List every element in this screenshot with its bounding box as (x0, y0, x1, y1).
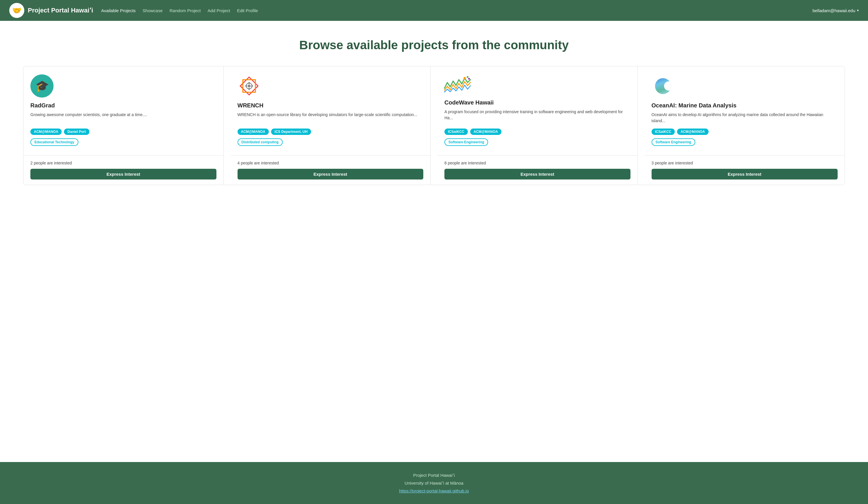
oceanai-logo-icon (655, 78, 671, 94)
card-body-codewave: CodeWave Hawaii A program focused on pro… (437, 66, 638, 155)
codewave-category-0: Software Engineering (444, 138, 488, 146)
user-email: belladam@hawaii.edu (813, 8, 855, 13)
dropdown-arrow-icon: ▾ (857, 8, 859, 12)
oceanai-tag-0: ICSatKCC (652, 129, 675, 135)
codewave-tag-0: ICSatKCC (444, 129, 468, 135)
wrench-logo (238, 74, 261, 98)
radgrad-category-tags: Educational Technology (30, 138, 216, 146)
wrench-express-interest-button[interactable]: Express Interest (238, 169, 424, 180)
codewave-logo-svg (443, 75, 472, 94)
codewave-tag-1: ACM@MANOA (470, 129, 502, 135)
nav-edit-profile[interactable]: Edit Profile (237, 8, 258, 13)
codewave-interest-count: 6 people are interested (444, 161, 630, 165)
codewave-org-tags: ICSatKCC ACM@MANOA (444, 129, 630, 135)
card-body-wrench: WRENCH WRENCH is an open-source library … (230, 66, 431, 155)
svg-rect-5 (248, 88, 250, 90)
footer-line1: Project Portal Hawaiʻi (6, 471, 862, 479)
footer-line2: University of Hawaiʻi at Mānoa (6, 479, 862, 487)
radgrad-logo: 🎓 (30, 74, 53, 98)
codewave-express-interest-button[interactable]: Express Interest (444, 169, 630, 180)
codewave-title: CodeWave Hawaii (444, 99, 630, 106)
radgrad-title: RadGrad (30, 102, 216, 109)
radgrad-org-tags: ACM@MANOA Daniel Port (30, 129, 216, 135)
project-card-oceanai: OceanAI: Marine Data Analysis OceanAI ai… (645, 66, 845, 185)
projects-grid: 🎓 RadGrad Growing awesome computer scien… (23, 66, 845, 185)
codewave-desc: A program focused on providing intensive… (444, 109, 630, 124)
oceanai-logo (652, 74, 675, 98)
radgrad-desc: Growing awesome computer scientists, one… (30, 112, 216, 124)
radgrad-interest-count: 2 people are interested (30, 161, 216, 165)
logo-text: Project Portal Hawaiʻi (28, 7, 93, 14)
codewave-footer: 6 people are interested Express Interest (437, 155, 638, 185)
project-card-radgrad: 🎓 RadGrad Growing awesome computer scien… (23, 66, 224, 185)
oceanai-footer: 3 people are interested Express Interest (645, 155, 845, 185)
oceanai-org-tags: ICSatKCC ACM@MANOA (652, 129, 838, 135)
svg-point-9 (467, 76, 468, 78)
logo-area: 🤝 Project Portal Hawaiʻi (9, 3, 93, 18)
codewave-category-tags: Software Engineering (444, 138, 630, 146)
wrench-footer: 4 people are interested Express Interest (230, 155, 431, 185)
radgrad-tag-0: ACM@MANOA (30, 129, 62, 135)
codewave-logo (444, 74, 471, 95)
nav-links: Available Projects Showcase Random Proje… (101, 8, 258, 13)
oceanai-tag-1: ACM@MANOA (677, 129, 708, 135)
oceanai-category-0: Software Engineering (652, 138, 695, 146)
wrench-category-0: Distributed computing (238, 138, 283, 146)
wrench-org-tags: ACM@MANOA ICS Department, UH (238, 129, 424, 135)
footer: Project Portal Hawaiʻi University of Haw… (0, 462, 868, 504)
oceanai-title: OceanAI: Marine Data Analysis (652, 102, 838, 109)
wrench-interest-count: 4 people are interested (238, 161, 424, 165)
svg-point-3 (247, 84, 250, 88)
card-body-radgrad: 🎓 RadGrad Growing awesome computer scien… (23, 66, 223, 155)
svg-point-8 (464, 77, 466, 79)
svg-point-10 (468, 78, 470, 80)
wrench-tag-1: ICS Department, UH (271, 129, 311, 135)
card-body-oceanai: OceanAI: Marine Data Analysis OceanAI ai… (645, 66, 845, 155)
nav-available-projects[interactable]: Available Projects (101, 8, 136, 13)
oceanai-interest-count: 3 people are interested (652, 161, 838, 165)
oceanai-express-interest-button[interactable]: Express Interest (652, 169, 838, 180)
nav-left: 🤝 Project Portal Hawaiʻi Available Proje… (9, 3, 258, 18)
svg-rect-6 (245, 85, 247, 87)
radgrad-tag-1: Daniel Port (64, 129, 89, 135)
footer-link[interactable]: https://project-portal-hawaii.github.io (399, 488, 469, 493)
svg-rect-4 (248, 82, 250, 84)
project-card-codewave: CodeWave Hawaii A program focused on pro… (437, 66, 638, 185)
nav-random-project[interactable]: Random Project (169, 8, 201, 13)
oceanai-category-tags: Software Engineering (652, 138, 838, 146)
project-card-wrench: WRENCH WRENCH is an open-source library … (230, 66, 431, 185)
radgrad-logo-icon: 🎓 (30, 74, 53, 98)
nav-add-project[interactable]: Add Project (208, 8, 230, 13)
radgrad-express-interest-button[interactable]: Express Interest (30, 169, 216, 180)
wrench-tag-0: ACM@MANOA (238, 129, 269, 135)
wrench-logo-svg (239, 76, 259, 96)
svg-rect-7 (251, 85, 253, 87)
oceanai-desc: OceanAI aims to develop AI algorithms fo… (652, 112, 838, 124)
main-content: Browse available projects from the commu… (0, 21, 868, 462)
page-title: Browse available projects from the commu… (23, 38, 845, 52)
navbar: 🤝 Project Portal Hawaiʻi Available Proje… (0, 0, 868, 21)
wrench-desc: WRENCH is an open-source library for dev… (238, 112, 424, 124)
radgrad-category-0: Educational Technology (30, 138, 79, 146)
user-menu[interactable]: belladam@hawaii.edu ▾ (813, 8, 859, 13)
logo-icon: 🤝 (9, 3, 24, 18)
wrench-category-tags: Distributed computing (238, 138, 424, 146)
radgrad-footer: 2 people are interested Express Interest (23, 155, 223, 185)
nav-showcase[interactable]: Showcase (143, 8, 163, 13)
wrench-title: WRENCH (238, 102, 424, 109)
